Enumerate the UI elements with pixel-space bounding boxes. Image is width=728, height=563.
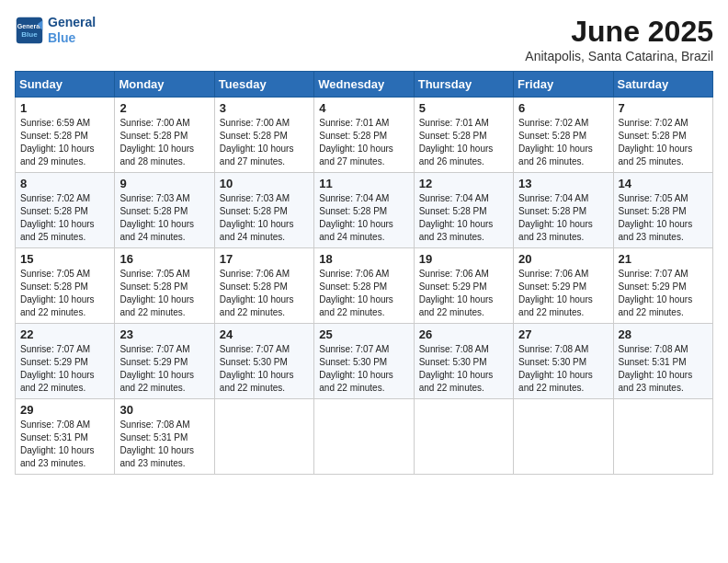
cell-content: Sunrise: 7:02 AMSunset: 5:28 PMDaylight:… xyxy=(20,192,109,244)
calendar-table: SundayMondayTuesdayWednesdayThursdayFrid… xyxy=(15,71,713,475)
cell-content: Sunrise: 7:00 AMSunset: 5:28 PMDaylight:… xyxy=(119,117,209,168)
logo-icon: General Blue xyxy=(15,16,44,45)
cell-content: Sunrise: 7:00 AMSunset: 5:28 PMDaylight:… xyxy=(220,117,309,168)
day-number: 21 xyxy=(619,252,708,266)
cell-content: Sunrise: 7:07 AMSunset: 5:29 PMDaylight:… xyxy=(119,343,209,395)
calendar-cell: 4Sunrise: 7:01 AMSunset: 5:28 PMDaylight… xyxy=(314,98,414,173)
day-number: 28 xyxy=(619,327,708,341)
calendar-cell: 13Sunrise: 7:04 AMSunset: 5:28 PMDayligh… xyxy=(514,173,613,248)
cell-content: Sunrise: 7:08 AMSunset: 5:30 PMDaylight:… xyxy=(518,343,608,395)
day-number: 5 xyxy=(419,101,508,115)
calendar-cell: 15Sunrise: 7:05 AMSunset: 5:28 PMDayligh… xyxy=(16,248,115,324)
day-number: 7 xyxy=(619,101,708,115)
cell-content: Sunrise: 7:03 AMSunset: 5:28 PMDaylight:… xyxy=(220,192,309,244)
calendar-cell: 19Sunrise: 7:06 AMSunset: 5:29 PMDayligh… xyxy=(414,248,513,324)
calendar-cell: 16Sunrise: 7:05 AMSunset: 5:28 PMDayligh… xyxy=(115,248,214,324)
day-number: 16 xyxy=(119,252,209,266)
calendar-cell xyxy=(613,399,712,475)
cell-content: Sunrise: 7:02 AMSunset: 5:28 PMDaylight:… xyxy=(518,117,608,168)
day-number: 17 xyxy=(220,252,309,266)
day-number: 14 xyxy=(619,177,708,190)
cell-content: Sunrise: 7:08 AMSunset: 5:30 PMDaylight:… xyxy=(419,343,508,395)
page-header: General Blue General Blue June 2025 Anit… xyxy=(15,15,713,63)
cell-content: Sunrise: 7:05 AMSunset: 5:28 PMDaylight:… xyxy=(20,268,109,319)
day-number: 23 xyxy=(119,327,209,341)
cell-content: Sunrise: 7:03 AMSunset: 5:28 PMDaylight:… xyxy=(119,192,209,244)
calendar-cell: 30Sunrise: 7:08 AMSunset: 5:31 PMDayligh… xyxy=(115,399,214,475)
week-row-4: 22Sunrise: 7:07 AMSunset: 5:29 PMDayligh… xyxy=(16,324,713,399)
day-number: 24 xyxy=(220,327,309,341)
day-number: 8 xyxy=(20,177,109,190)
calendar-cell: 6Sunrise: 7:02 AMSunset: 5:28 PMDaylight… xyxy=(514,98,613,173)
cell-content: Sunrise: 7:06 AMSunset: 5:28 PMDaylight:… xyxy=(319,268,408,319)
cell-content: Sunrise: 7:07 AMSunset: 5:29 PMDaylight:… xyxy=(20,343,109,395)
calendar-cell: 1Sunrise: 6:59 AMSunset: 5:28 PMDaylight… xyxy=(16,98,115,173)
day-number: 6 xyxy=(518,101,608,115)
day-number: 25 xyxy=(319,327,408,341)
calendar-cell: 27Sunrise: 7:08 AMSunset: 5:30 PMDayligh… xyxy=(514,324,613,399)
calendar-cell: 5Sunrise: 7:01 AMSunset: 5:28 PMDaylight… xyxy=(414,98,513,173)
day-number: 9 xyxy=(119,177,209,190)
week-row-3: 15Sunrise: 7:05 AMSunset: 5:28 PMDayligh… xyxy=(16,248,713,324)
day-number: 10 xyxy=(220,177,309,190)
title-area: June 2025 Anitapolis, Santa Catarina, Br… xyxy=(525,15,713,63)
cell-content: Sunrise: 7:07 AMSunset: 5:29 PMDaylight:… xyxy=(619,268,708,319)
cell-content: Sunrise: 7:07 AMSunset: 5:30 PMDaylight:… xyxy=(220,343,309,395)
calendar-cell: 21Sunrise: 7:07 AMSunset: 5:29 PMDayligh… xyxy=(613,248,712,324)
calendar-cell: 10Sunrise: 7:03 AMSunset: 5:28 PMDayligh… xyxy=(214,173,313,248)
day-number: 30 xyxy=(119,403,209,417)
day-number: 22 xyxy=(20,327,109,341)
weekday-header-tuesday: Tuesday xyxy=(214,72,313,98)
calendar-cell: 11Sunrise: 7:04 AMSunset: 5:28 PMDayligh… xyxy=(314,173,414,248)
calendar-cell: 25Sunrise: 7:07 AMSunset: 5:30 PMDayligh… xyxy=(314,324,414,399)
cell-content: Sunrise: 7:06 AMSunset: 5:29 PMDaylight:… xyxy=(518,268,608,319)
calendar-cell xyxy=(414,399,513,475)
cell-content: Sunrise: 7:04 AMSunset: 5:28 PMDaylight:… xyxy=(419,192,508,244)
day-number: 3 xyxy=(220,101,309,115)
calendar-cell: 9Sunrise: 7:03 AMSunset: 5:28 PMDaylight… xyxy=(115,173,214,248)
week-row-5: 29Sunrise: 7:08 AMSunset: 5:31 PMDayligh… xyxy=(16,399,713,475)
calendar-cell: 2Sunrise: 7:00 AMSunset: 5:28 PMDaylight… xyxy=(115,98,214,173)
day-number: 15 xyxy=(20,252,109,266)
day-number: 19 xyxy=(419,252,508,266)
weekday-header-wednesday: Wednesday xyxy=(314,72,414,98)
day-number: 11 xyxy=(319,177,408,190)
week-row-2: 8Sunrise: 7:02 AMSunset: 5:28 PMDaylight… xyxy=(16,173,713,248)
logo-name: General xyxy=(48,15,96,29)
cell-content: Sunrise: 7:04 AMSunset: 5:28 PMDaylight:… xyxy=(518,192,608,244)
calendar-cell: 22Sunrise: 7:07 AMSunset: 5:29 PMDayligh… xyxy=(16,324,115,399)
cell-content: Sunrise: 7:04 AMSunset: 5:28 PMDaylight:… xyxy=(319,192,408,244)
day-number: 26 xyxy=(419,327,508,341)
calendar-cell: 18Sunrise: 7:06 AMSunset: 5:28 PMDayligh… xyxy=(314,248,414,324)
cell-content: Sunrise: 7:06 AMSunset: 5:29 PMDaylight:… xyxy=(419,268,508,319)
calendar-cell: 3Sunrise: 7:00 AMSunset: 5:28 PMDaylight… xyxy=(214,98,313,173)
calendar-cell: 14Sunrise: 7:05 AMSunset: 5:28 PMDayligh… xyxy=(613,173,712,248)
day-number: 12 xyxy=(419,177,508,190)
cell-content: Sunrise: 7:08 AMSunset: 5:31 PMDaylight:… xyxy=(20,419,109,470)
cell-content: Sunrise: 6:59 AMSunset: 5:28 PMDaylight:… xyxy=(20,117,109,168)
weekday-header-friday: Friday xyxy=(514,72,613,98)
weekday-header-row: SundayMondayTuesdayWednesdayThursdayFrid… xyxy=(16,72,713,98)
calendar-cell: 8Sunrise: 7:02 AMSunset: 5:28 PMDaylight… xyxy=(16,173,115,248)
cell-content: Sunrise: 7:05 AMSunset: 5:28 PMDaylight:… xyxy=(619,192,708,244)
day-number: 1 xyxy=(20,101,109,115)
cell-content: Sunrise: 7:08 AMSunset: 5:31 PMDaylight:… xyxy=(119,419,209,470)
calendar-cell: 29Sunrise: 7:08 AMSunset: 5:31 PMDayligh… xyxy=(16,399,115,475)
logo-blue: Blue xyxy=(48,30,75,45)
day-number: 18 xyxy=(319,252,408,266)
week-row-1: 1Sunrise: 6:59 AMSunset: 5:28 PMDaylight… xyxy=(16,98,713,173)
day-number: 2 xyxy=(119,101,209,115)
svg-text:General: General xyxy=(17,23,42,30)
day-number: 4 xyxy=(319,101,408,115)
weekday-header-sunday: Sunday xyxy=(16,72,115,98)
calendar-cell: 28Sunrise: 7:08 AMSunset: 5:31 PMDayligh… xyxy=(613,324,712,399)
calendar-cell: 20Sunrise: 7:06 AMSunset: 5:29 PMDayligh… xyxy=(514,248,613,324)
calendar-cell: 7Sunrise: 7:02 AMSunset: 5:28 PMDaylight… xyxy=(613,98,712,173)
cell-content: Sunrise: 7:01 AMSunset: 5:28 PMDaylight:… xyxy=(419,117,508,168)
cell-content: Sunrise: 7:05 AMSunset: 5:28 PMDaylight:… xyxy=(119,268,209,319)
calendar-cell: 26Sunrise: 7:08 AMSunset: 5:30 PMDayligh… xyxy=(414,324,513,399)
day-number: 13 xyxy=(518,177,608,190)
calendar-cell: 17Sunrise: 7:06 AMSunset: 5:28 PMDayligh… xyxy=(214,248,313,324)
cell-content: Sunrise: 7:07 AMSunset: 5:30 PMDaylight:… xyxy=(319,343,408,395)
calendar-cell: 23Sunrise: 7:07 AMSunset: 5:29 PMDayligh… xyxy=(115,324,214,399)
